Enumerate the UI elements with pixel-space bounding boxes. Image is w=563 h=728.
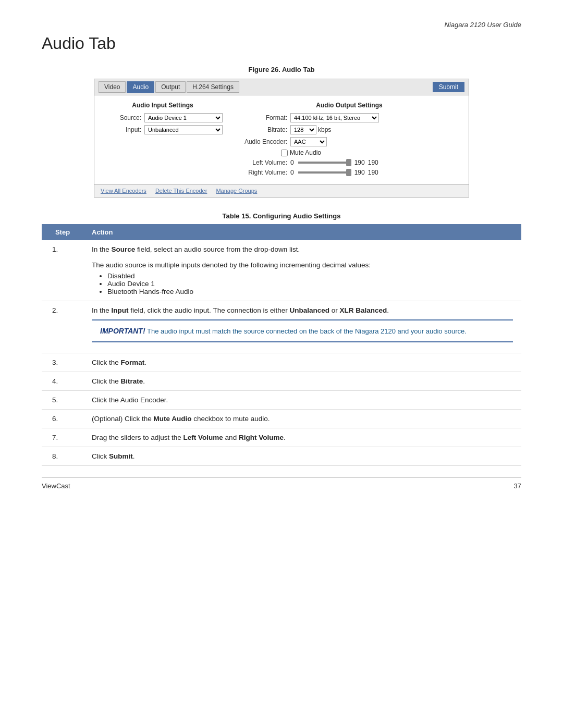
table-row: 5. Click the Audio Encoder. — [42, 391, 521, 410]
important-box: IMPORTANT! The audio input must match th… — [92, 319, 513, 342]
mute-label: Mute Audio — [290, 149, 321, 156]
right-vol-max: 190 — [354, 169, 365, 176]
right-volume-row: Right Volume: 0 190 190 — [238, 169, 460, 176]
tab-audio[interactable]: Audio — [127, 81, 154, 93]
footer-left: ViewCast — [42, 482, 70, 490]
important-text: The audio input must match the source co… — [147, 327, 467, 335]
step-1: 1. — [42, 240, 83, 301]
table-row: 8. Click Submit. — [42, 447, 521, 466]
tab-h264[interactable]: H.264 Settings — [187, 81, 239, 93]
audio-input-section: Audio Input Settings Source: Audio Devic… — [103, 102, 223, 179]
bullet-audio-device: Audio Device 1 — [107, 280, 513, 288]
format-label: Format: — [238, 114, 290, 121]
bitrate-select[interactable]: 128 — [290, 125, 316, 134]
bullet-disabled: Disabled — [107, 272, 513, 280]
bitrate-label: Bitrate: — [238, 126, 290, 133]
table-header-row: Step Action — [42, 224, 521, 240]
table-row: 2. In the Input field, click the audio i… — [42, 301, 521, 353]
bitrate-row: Bitrate: 128 kbps — [238, 125, 460, 134]
step-8: 8. — [42, 447, 83, 466]
step-7: 7. — [42, 428, 83, 447]
action-6: (Optional) Click the Mute Audio checkbox… — [83, 410, 521, 428]
table-row: 3. Click the Format. — [42, 353, 521, 372]
left-volume-row: Left Volume: 0 190 190 — [238, 159, 460, 166]
page-title: Audio Tab — [42, 34, 521, 53]
source-row: Source: Audio Device 1 — [103, 113, 223, 122]
step-6: 6. — [42, 410, 83, 428]
right-volume-label: Right Volume: — [238, 169, 290, 176]
nav-bar: Video Audio Output H.264 Settings Submit — [94, 79, 469, 95]
source-label: Source: — [103, 114, 144, 121]
step-2: 2. — [42, 301, 83, 353]
col-step: Step — [42, 224, 83, 240]
left-volume-track[interactable] — [298, 162, 350, 164]
action-2: In the Input field, click the audio inpu… — [83, 301, 521, 353]
left-vol-max: 190 — [354, 159, 365, 166]
input-row: Input: Unbalanced — [103, 125, 223, 134]
page-footer: ViewCast 37 — [42, 477, 521, 490]
bullet-list-1: Disabled Audio Device 1 Bluetooth Hands-… — [107, 272, 513, 295]
step-5: 5. — [42, 391, 83, 410]
view-all-encoders-link[interactable]: View All Encoders — [101, 188, 146, 194]
table-row: 1. In the Source field, select an audio … — [42, 240, 521, 301]
ui-footer: View All Encoders Delete This Encoder Ma… — [94, 184, 469, 197]
input-label: Input: — [103, 126, 144, 133]
figure-caption: Figure 26. Audio Tab — [42, 66, 521, 73]
doc-header: Niagara 2120 User Guide — [42, 21, 521, 29]
source-select[interactable]: Audio Device 1 — [144, 113, 223, 122]
action-4: Click the Bitrate. — [83, 372, 521, 391]
right-volume-track[interactable] — [298, 171, 350, 174]
left-vol-min: 0 — [290, 159, 294, 166]
manage-groups-link[interactable]: Manage Groups — [216, 188, 257, 194]
left-vol-val: 190 — [368, 159, 378, 166]
tab-video[interactable]: Video — [99, 81, 126, 93]
format-row: Format: 44.100 kHz, 16 bit, Stereo — [238, 113, 460, 122]
right-vol-min: 0 — [290, 169, 294, 176]
encoder-select[interactable]: AAC — [290, 137, 327, 146]
right-vol-val: 190 — [368, 169, 378, 176]
format-select[interactable]: 44.100 kHz, 16 bit, Stereo — [290, 113, 379, 122]
action-1: In the Source field, select an audio sou… — [83, 240, 521, 301]
encoder-label: Audio Encoder: — [238, 138, 290, 145]
action-7: Drag the sliders to adjust the Left Volu… — [83, 428, 521, 447]
mute-checkbox[interactable] — [281, 150, 288, 156]
tab-output[interactable]: Output — [155, 81, 186, 93]
table-row: 6. (Optional) Click the Mute Audio check… — [42, 410, 521, 428]
left-volume-label: Left Volume: — [238, 159, 290, 166]
submit-button[interactable]: Submit — [433, 82, 464, 92]
table-caption: Table 15. Configuring Audio Settings — [42, 212, 521, 220]
table-row: 7. Drag the sliders to adjust the Left V… — [42, 428, 521, 447]
step-3: 3. — [42, 353, 83, 372]
important-label: IMPORTANT! — [100, 327, 145, 335]
kbps-label: kbps — [318, 126, 331, 133]
action-5: Click the Audio Encoder. — [83, 391, 521, 410]
audio-output-section: Audio Output Settings Format: 44.100 kHz… — [238, 102, 460, 179]
delete-encoder-link[interactable]: Delete This Encoder — [155, 188, 207, 194]
bullet-bluetooth: Bluetooth Hands-free Audio — [107, 288, 513, 295]
action-3: Click the Format. — [83, 353, 521, 372]
input-select[interactable]: Unbalanced — [144, 125, 223, 134]
footer-right: 37 — [514, 482, 521, 490]
table-row: 4. Click the Bitrate. — [42, 372, 521, 391]
mute-row: Mute Audio — [281, 149, 460, 156]
ui-screenshot: Video Audio Output H.264 Settings Submit… — [94, 79, 469, 198]
audio-output-title: Audio Output Settings — [238, 102, 460, 109]
col-action: Action — [83, 224, 521, 240]
action-8: Click Submit. — [83, 447, 521, 466]
doc-title: Niagara 2120 User Guide — [445, 21, 521, 29]
audio-input-title: Audio Input Settings — [103, 102, 223, 109]
encoder-row: Audio Encoder: AAC — [238, 137, 460, 146]
config-table: Step Action 1. In the Source field, sele… — [42, 224, 521, 466]
step-4: 4. — [42, 372, 83, 391]
